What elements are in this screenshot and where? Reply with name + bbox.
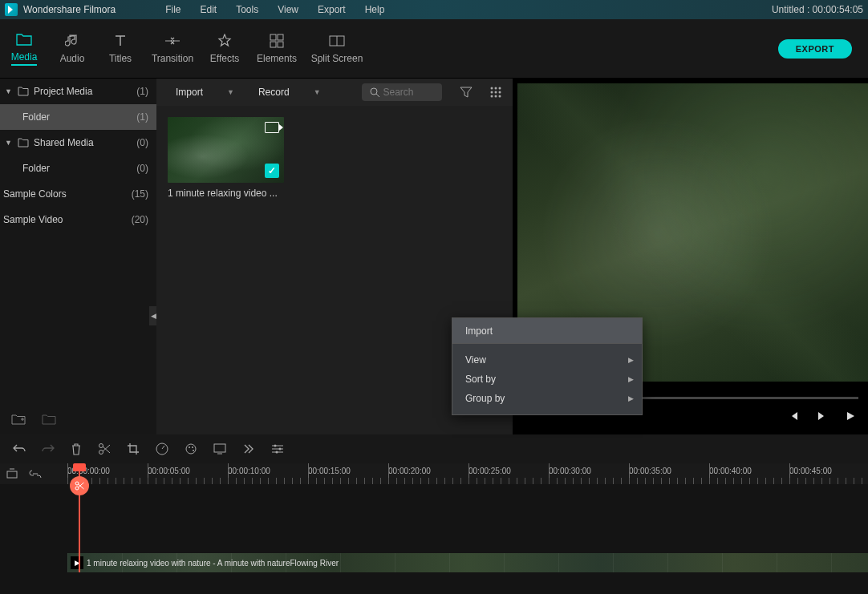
ctx-label: Group by xyxy=(465,393,505,404)
playhead-cut-icon[interactable] xyxy=(70,476,89,495)
green-screen-button[interactable] xyxy=(213,443,226,455)
record-dropdown[interactable]: Record ▼ xyxy=(250,83,329,101)
chevron-right-icon: ▶ xyxy=(628,356,634,364)
new-folder-icon[interactable] xyxy=(11,414,26,425)
tree-sample-video[interactable]: Sample Video (20) xyxy=(0,207,156,232)
menu-edit[interactable]: Edit xyxy=(191,4,227,15)
tab-split-label: Split Screen xyxy=(311,53,363,64)
main-toolbar: Media Audio Titles Transition Effects El… xyxy=(0,19,868,79)
undo-button[interactable] xyxy=(13,443,26,455)
tab-transition[interactable]: Transition xyxy=(144,19,201,79)
media-item[interactable]: ✓ 1 minute relaxing video ... xyxy=(168,117,284,199)
tab-effects[interactable]: Effects xyxy=(201,19,249,79)
menu-file[interactable]: File xyxy=(156,4,190,15)
tree-project-media[interactable]: ▼ Project Media (1) xyxy=(0,79,156,104)
ruler-tick: 00:00:25:00 xyxy=(468,463,549,484)
adjust-button[interactable] xyxy=(271,444,284,454)
svg-rect-26 xyxy=(7,471,17,478)
play-pause-button[interactable] xyxy=(817,410,828,422)
svg-point-10 xyxy=(494,91,497,94)
svg-point-7 xyxy=(494,87,497,90)
color-button[interactable] xyxy=(185,442,197,455)
split-button[interactable] xyxy=(98,442,111,455)
prev-frame-button[interactable] xyxy=(788,410,799,422)
menubar: File Edit Tools View Export Help xyxy=(156,4,394,15)
titles-icon xyxy=(112,34,128,48)
svg-point-8 xyxy=(498,87,501,90)
redo-button[interactable] xyxy=(42,443,55,455)
tree-folder-1[interactable]: Folder (1) xyxy=(0,104,156,130)
chevron-down-icon: ▼ xyxy=(5,139,13,147)
timeline-ruler[interactable]: 00:00:00:00 00:00:05:00 00:00:10:00 00:0… xyxy=(0,463,868,484)
menu-view[interactable]: View xyxy=(268,4,308,15)
svg-point-16 xyxy=(99,451,103,455)
media-grid[interactable]: ✓ 1 minute relaxing video ... Import Vie… xyxy=(156,106,513,434)
next-frame-button[interactable] xyxy=(846,410,855,422)
ctx-import[interactable]: Import xyxy=(452,318,642,344)
tab-split-screen[interactable]: Split Screen xyxy=(305,19,369,79)
svg-point-25 xyxy=(276,451,278,454)
chevron-down-icon: ▼ xyxy=(227,88,234,96)
timeline: 00:00:00:00 00:00:05:00 00:00:10:00 00:0… xyxy=(0,434,868,594)
tree-count: (1) xyxy=(136,111,148,123)
tree-sample-colors[interactable]: Sample Colors (15) xyxy=(0,181,156,207)
app-logo-icon xyxy=(5,3,18,16)
tree-label: Shared Media xyxy=(34,137,136,148)
chevron-right-icon: ▶ xyxy=(628,375,634,383)
ctx-sort-by[interactable]: Sort by▶ xyxy=(452,370,642,389)
ctx-group-by[interactable]: Group by▶ xyxy=(452,389,642,408)
titlebar: Wondershare Filmora File Edit Tools View… xyxy=(0,0,868,19)
playhead-handle[interactable] xyxy=(73,463,86,471)
tree-count: (0) xyxy=(136,137,148,148)
elements-icon xyxy=(269,34,285,48)
svg-point-24 xyxy=(279,448,282,451)
speed-button[interactable] xyxy=(156,442,168,455)
video-track-clip[interactable]: ▶ 1 minute relaxing video with nature - … xyxy=(67,553,868,572)
svg-rect-3 xyxy=(278,42,283,47)
search-input[interactable] xyxy=(383,87,432,98)
ruler-tick: 00:00:20:00 xyxy=(388,463,468,484)
export-button[interactable]: EXPORT xyxy=(778,39,852,59)
project-title: Untitled : 00:00:54:05 xyxy=(772,4,863,15)
sidebar: ▼ Project Media (1) Folder (1) ▼ Shared … xyxy=(0,79,156,434)
keyframe-button[interactable] xyxy=(242,442,255,455)
svg-point-14 xyxy=(498,95,501,98)
grid-view-icon[interactable] xyxy=(490,87,501,98)
menu-tools[interactable]: Tools xyxy=(226,4,268,15)
search-box[interactable] xyxy=(362,83,442,101)
import-dropdown[interactable]: Import ▼ xyxy=(168,83,242,101)
tree-count: (20) xyxy=(132,214,148,225)
link-icon[interactable] xyxy=(29,470,42,478)
video-type-icon xyxy=(265,122,279,133)
svg-point-9 xyxy=(490,91,493,94)
chevron-down-icon: ▼ xyxy=(314,88,321,96)
context-menu: Import View▶ Sort by▶ Group by▶ xyxy=(452,317,643,415)
tree-folder-2[interactable]: Folder (0) xyxy=(0,156,156,181)
ruler-tick: 00:00:15:00 xyxy=(308,463,388,484)
tab-media[interactable]: Media xyxy=(0,19,48,79)
import-label: Import xyxy=(176,87,203,98)
delete-button[interactable] xyxy=(71,442,82,455)
folder-icon[interactable] xyxy=(42,414,56,425)
svg-point-18 xyxy=(186,444,196,454)
tab-audio[interactable]: Audio xyxy=(48,19,96,79)
menu-export[interactable]: Export xyxy=(308,4,355,15)
playhead[interactable] xyxy=(79,463,80,572)
tree-shared-media[interactable]: ▼ Shared Media (0) xyxy=(0,130,156,156)
filter-icon[interactable] xyxy=(460,87,473,98)
clip-name: 1 minute relaxing video with nature - A … xyxy=(87,559,339,568)
add-track-icon[interactable] xyxy=(6,468,18,479)
ctx-view[interactable]: View▶ xyxy=(452,350,642,370)
tree-label: Folder xyxy=(22,163,136,174)
tree-count: (0) xyxy=(136,163,148,174)
ruler-tick: 00:00:10:00 xyxy=(228,463,308,484)
ruler-tick: 00:00:30:00 xyxy=(549,463,629,484)
tab-elements[interactable]: Elements xyxy=(249,19,305,79)
crop-button[interactable] xyxy=(127,442,140,455)
timeline-tracks[interactable]: ▶ 1 minute relaxing video with nature - … xyxy=(0,484,868,572)
tab-titles[interactable]: Titles xyxy=(96,19,144,79)
media-thumbnail[interactable]: ✓ xyxy=(168,117,284,183)
menu-help[interactable]: Help xyxy=(355,4,395,15)
ctx-label: Sort by xyxy=(465,374,496,385)
tab-effects-label: Effects xyxy=(210,53,239,64)
